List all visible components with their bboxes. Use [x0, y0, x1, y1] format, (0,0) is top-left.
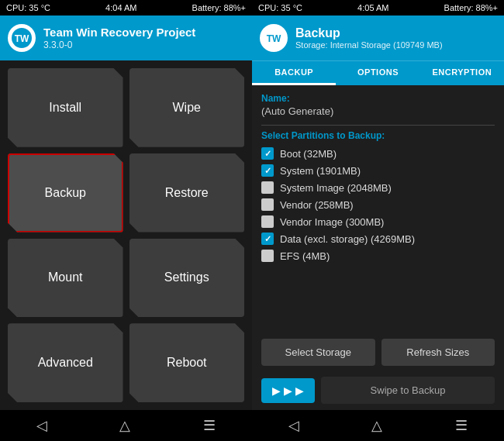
partition-item-3: Vendor (258MB): [261, 198, 495, 211]
reboot-button[interactable]: Reboot: [129, 323, 245, 402]
right-home-icon[interactable]: △: [371, 417, 382, 434]
partition-checkbox-0[interactable]: [261, 147, 274, 160]
left-cpu: CPU: 35 °C: [6, 3, 50, 12]
right-logo: TW: [260, 24, 288, 52]
left-header: TW Team Win Recovery Project 3.3.0-0: [0, 16, 252, 60]
partition-item-1: System (1901MB): [261, 164, 495, 177]
twrp-logo-right-icon: TW: [263, 27, 285, 49]
left-app-title: Team Win Recovery Project: [43, 26, 195, 40]
left-nav-bar: ◁ △ ☰: [0, 410, 252, 441]
partition-item-4: Vendor Image (300MB): [261, 215, 495, 228]
select-storage-button[interactable]: Select Storage: [261, 339, 375, 366]
left-battery: Battery: 88%+: [192, 3, 246, 12]
name-value: (Auto Generate): [261, 105, 495, 117]
restore-button[interactable]: Restore: [129, 153, 245, 233]
left-back-icon[interactable]: ◁: [36, 417, 47, 434]
right-menu-icon[interactable]: ☰: [455, 417, 468, 434]
tab-options[interactable]: OPTIONS: [336, 61, 419, 85]
partition-label-3: Vendor (258MB): [280, 199, 354, 211]
left-home-icon[interactable]: △: [119, 417, 130, 434]
mount-button[interactable]: Mount: [8, 239, 123, 318]
partition-label-1: System (1901MB): [280, 165, 361, 177]
partition-item-5: Data (excl. storage) (4269MB): [261, 233, 495, 245]
partition-checkbox-4[interactable]: [261, 215, 274, 228]
partition-checkbox-6[interactable]: [261, 250, 274, 262]
swipe-arrows[interactable]: ▶ ▶ ▶: [261, 378, 315, 403]
left-header-text: Team Win Recovery Project 3.3.0-0: [43, 26, 195, 50]
partition-item-2: System Image (2048MB): [261, 181, 495, 194]
backup-content: Name: (Auto Generate) Select Partitions …: [252, 85, 504, 332]
partition-label-5: Data (excl. storage) (4269MB): [280, 233, 415, 245]
bottom-buttons: Select Storage Refresh Sizes: [252, 332, 504, 372]
right-header-text: Backup Storage: Internal Storage (109749…: [295, 26, 443, 50]
partition-checkbox-2[interactable]: [261, 181, 274, 194]
tab-encryption[interactable]: ENCRYPTION: [420, 61, 504, 85]
left-panel: CPU: 35 °C 4:04 AM Battery: 88%+ TW Team…: [0, 0, 252, 441]
arrow-1-icon: ▶: [272, 384, 281, 397]
partition-item-0: Boot (32MB): [261, 147, 495, 160]
right-time: 4:05 AM: [357, 3, 388, 12]
arrow-2-icon: ▶: [284, 384, 292, 397]
wipe-button[interactable]: Wipe: [129, 68, 245, 147]
divider-1: [261, 125, 495, 126]
right-nav-bar: ◁ △ ☰: [252, 410, 504, 441]
advanced-button[interactable]: Advanced: [8, 323, 123, 402]
partition-label-4: Vendor Image (300MB): [280, 216, 384, 228]
swipe-bar: ▶ ▶ ▶ Swipe to Backup: [252, 372, 504, 410]
twrp-logo-icon: TW: [11, 27, 33, 49]
left-status-bar: CPU: 35 °C 4:04 AM Battery: 88%+: [0, 0, 252, 16]
left-app-version: 3.3.0-0: [43, 40, 195, 50]
right-back-icon[interactable]: ◁: [288, 417, 299, 434]
settings-button[interactable]: Settings: [129, 239, 245, 318]
right-storage-info: Storage: Internal Storage (109749 MB): [295, 40, 443, 50]
right-panel: CPU: 35 °C 4:05 AM Battery: 88%+ TW Back…: [252, 0, 504, 441]
right-cpu: CPU: 35 °C: [258, 3, 302, 12]
right-status-bar: CPU: 35 °C 4:05 AM Battery: 88%+: [252, 0, 504, 16]
install-button[interactable]: Install: [8, 68, 123, 147]
partition-label-0: Boot (32MB): [280, 148, 337, 160]
name-label: Name:: [261, 93, 495, 104]
partition-label-6: EFS (4MB): [280, 250, 330, 262]
partition-label-2: System Image (2048MB): [280, 182, 392, 194]
main-grid: Install Wipe Backup Restore Mount Settin…: [0, 60, 252, 410]
refresh-sizes-button[interactable]: Refresh Sizes: [381, 339, 495, 366]
right-header: TW Backup Storage: Internal Storage (109…: [252, 16, 504, 60]
tab-backup[interactable]: BACKUP: [252, 61, 336, 85]
left-time: 4:04 AM: [105, 3, 136, 12]
partition-list: Boot (32MB)System (1901MB)System Image (…: [261, 147, 495, 262]
svg-text:TW: TW: [15, 33, 29, 44]
backup-button[interactable]: Backup: [8, 153, 123, 233]
partition-checkbox-3[interactable]: [261, 198, 274, 211]
swipe-label[interactable]: Swipe to Backup: [321, 377, 495, 404]
partition-checkbox-1[interactable]: [261, 164, 274, 177]
tabs-container: BACKUP OPTIONS ENCRYPTION: [252, 60, 504, 85]
right-battery: Battery: 88%+: [444, 3, 498, 12]
partitions-label: Select Partitions to Backup:: [261, 130, 495, 141]
left-menu-icon[interactable]: ☰: [203, 417, 216, 434]
partition-checkbox-5[interactable]: [261, 233, 274, 245]
left-logo: TW: [8, 24, 36, 52]
arrow-3-icon: ▶: [295, 384, 304, 397]
svg-text:TW: TW: [267, 33, 281, 44]
partition-item-6: EFS (4MB): [261, 250, 495, 262]
right-app-title: Backup: [295, 26, 443, 40]
